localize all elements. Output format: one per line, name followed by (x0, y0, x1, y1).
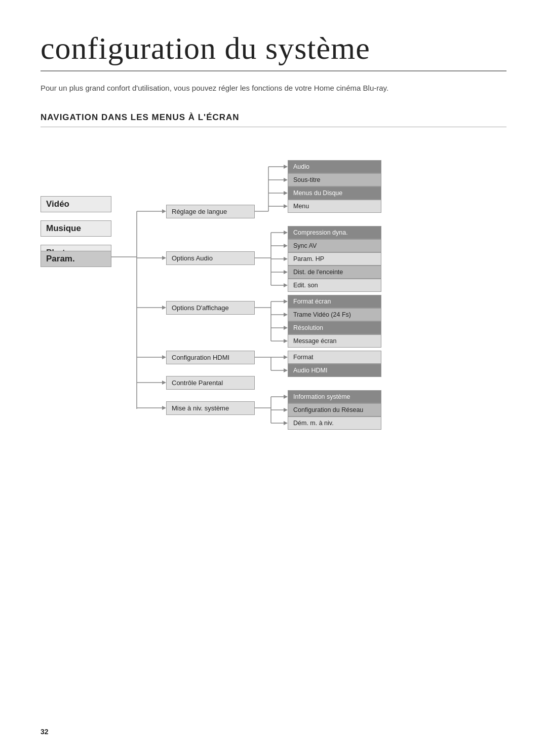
menu-item-audio-hdmi[interactable]: Audio HDMI (288, 364, 381, 377)
menu-item-dist-enceinte[interactable]: Dist. de l'enceinte (288, 266, 381, 279)
menu-item-param-hp[interactable]: Param. HP (288, 252, 381, 266)
svg-marker-29 (284, 244, 288, 248)
svg-marker-51 (284, 368, 288, 372)
svg-marker-13 (162, 406, 166, 410)
svg-marker-23 (284, 204, 288, 208)
menu-item-mise-a-niv[interactable]: Mise à niv. système (166, 401, 255, 415)
menu-item-audio[interactable]: Audio (288, 160, 381, 173)
menu-item-musique[interactable]: Musique (41, 220, 111, 237)
svg-marker-45 (284, 339, 288, 343)
svg-marker-9 (162, 355, 166, 359)
svg-marker-5 (162, 256, 166, 260)
menu-item-options-audio[interactable]: Options Audio (166, 251, 255, 265)
svg-marker-33 (284, 270, 288, 274)
svg-marker-17 (284, 165, 288, 169)
menu-item-config-hdmi[interactable]: Configuration HDMI (166, 351, 255, 364)
menu-item-sync-av[interactable]: Sync AV (288, 239, 381, 252)
svg-marker-7 (162, 306, 166, 310)
menu-item-trame-video[interactable]: Trame Vidéo (24 Fs) (288, 308, 381, 321)
menu-item-video[interactable]: Vidéo (41, 196, 111, 212)
menu-item-edit-son[interactable]: Edit. son (288, 279, 381, 292)
menu-item-message-ecran[interactable]: Message écran (288, 334, 381, 348)
menu-item-format-ecran[interactable]: Format écran (288, 295, 381, 308)
svg-marker-31 (284, 257, 288, 261)
svg-marker-57 (284, 408, 288, 412)
svg-marker-11 (162, 381, 166, 385)
menu-item-compression-dyna[interactable]: Compression dyna. (288, 226, 381, 239)
svg-marker-21 (284, 191, 288, 195)
menu-item-controle-parental[interactable]: Contrôle Parental (166, 376, 255, 390)
menu-item-info-systeme[interactable]: Information système (288, 390, 381, 403)
connector-lines (41, 145, 481, 439)
svg-marker-3 (162, 209, 166, 213)
section-heading: NAVIGATION DANS LES MENUS À L'ÉCRAN (41, 112, 506, 127)
subtitle-text: Pour un plus grand confort d'utilisation… (41, 83, 506, 94)
svg-marker-55 (284, 395, 288, 399)
svg-marker-49 (284, 355, 288, 359)
menu-item-config-reseau[interactable]: Configuration du Réseau (288, 403, 381, 417)
menu-item-dem-m-niv[interactable]: Dém. m. à niv. (288, 417, 381, 430)
svg-marker-59 (284, 421, 288, 425)
menu-item-param[interactable]: Param. (41, 251, 111, 267)
menu-item-menu[interactable]: Menu (288, 200, 381, 213)
menu-item-reglage-langue[interactable]: Réglage de langue (166, 205, 255, 218)
svg-marker-41 (284, 313, 288, 317)
svg-marker-35 (284, 283, 288, 287)
menu-item-resolution[interactable]: Résolution (288, 321, 381, 334)
svg-marker-27 (284, 231, 288, 235)
svg-marker-39 (284, 299, 288, 304)
svg-marker-19 (284, 178, 288, 182)
page-title: configuration du système (41, 30, 506, 71)
menu-item-options-affichage[interactable]: Options D'affichage (166, 301, 255, 315)
svg-marker-43 (284, 326, 288, 330)
menu-item-menus-disque[interactable]: Menus du Disque (288, 186, 381, 200)
page-number: 32 (41, 728, 49, 736)
menu-item-sous-titre[interactable]: Sous-titre (288, 173, 381, 186)
menu-item-format[interactable]: Format (288, 351, 381, 364)
menu-tree-diagram: Vidéo Musique Photo Param. Réglage de la… (41, 145, 481, 439)
